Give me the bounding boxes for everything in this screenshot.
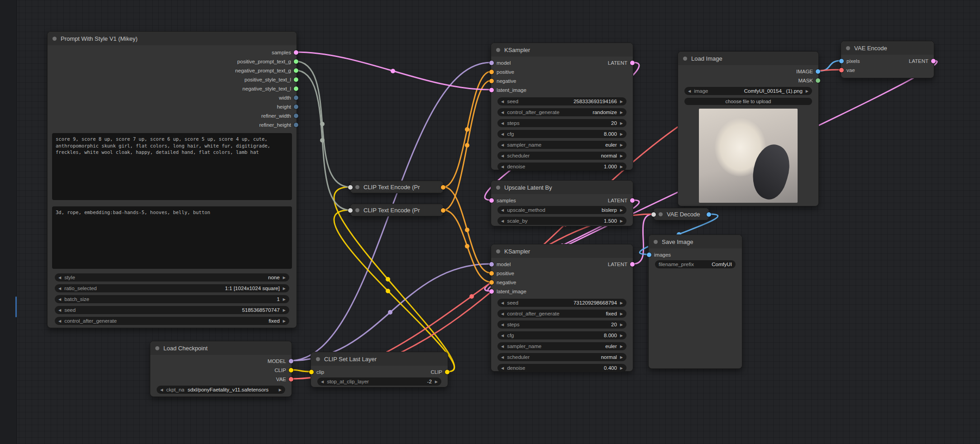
- model-port-dot[interactable]: [489, 262, 494, 267]
- widget-denoise[interactable]: ◀denoise1.000▶: [497, 162, 626, 171]
- graph-canvas[interactable]: { "colors": { "model": "#b39ddb", "condi…: [0, 0, 980, 444]
- node-title-bar[interactable]: Upscale Latent By: [491, 181, 633, 194]
- node-load-checkpoint[interactable]: Load Checkpoint MODEL CLIP VAE ◀ckpt_nas…: [150, 341, 292, 397]
- node-title-bar[interactable]: VAE Decode: [654, 208, 709, 220]
- collapse-dot-icon[interactable]: [155, 346, 159, 350]
- increment-arrow-icon[interactable]: ▶: [620, 143, 623, 147]
- vae-port-dot[interactable]: [289, 377, 293, 382]
- decrement-arrow-icon[interactable]: ◀: [58, 297, 61, 301]
- increment-arrow-icon[interactable]: ▶: [283, 286, 286, 291]
- decrement-arrow-icon[interactable]: ◀: [501, 154, 504, 158]
- decrement-arrow-icon[interactable]: ◀: [501, 132, 504, 136]
- node-title-bar[interactable]: CLIP Text Encode (Pr: [350, 204, 443, 216]
- increment-arrow-icon[interactable]: ▶: [620, 334, 623, 338]
- widget-filename-prefix[interactable]: filename_prefixComfyUI: [655, 260, 736, 268]
- string-port-dot[interactable]: [294, 86, 298, 91]
- decrement-arrow-icon[interactable]: ◀: [58, 276, 61, 280]
- output-port-positive-prompt[interactable]: positive_prompt_text_g: [237, 59, 298, 64]
- collapse-dot-icon[interactable]: [53, 37, 57, 41]
- latent-port-dot[interactable]: [294, 50, 298, 55]
- widget-control-after-generate[interactable]: ◀control_after_generatefixed▶: [497, 310, 626, 318]
- collapse-dot-icon[interactable]: [659, 212, 663, 216]
- collapse-dot-icon[interactable]: [496, 186, 500, 190]
- clip-port-dot[interactable]: [289, 368, 293, 372]
- input-port-samples[interactable]: samples: [489, 198, 516, 203]
- widget-scheduler[interactable]: ◀schedulernormal▶: [497, 152, 626, 160]
- node-ksampler-top[interactable]: KSampler model LATENT positive negative …: [491, 43, 633, 170]
- input-port-latent-image[interactable]: latent_image: [489, 87, 526, 93]
- increment-arrow-icon[interactable]: ▶: [620, 301, 623, 305]
- node-clip-set-last-layer[interactable]: CLIP Set Last Layer clip CLIP ◀stop_at_c…: [311, 352, 448, 387]
- decrement-arrow-icon[interactable]: ◀: [160, 388, 163, 392]
- latent-port-dot[interactable]: [630, 61, 635, 65]
- string-port-dot[interactable]: [294, 68, 298, 73]
- string-port-dot[interactable]: [294, 59, 298, 64]
- input-port-pixels[interactable]: pixels: [839, 58, 860, 64]
- node-clip-text-encode-2[interactable]: CLIP Text Encode (Pr: [350, 204, 444, 216]
- output-port-negative-style[interactable]: negative_style_text_l: [243, 86, 298, 91]
- increment-arrow-icon[interactable]: ▶: [620, 165, 623, 169]
- clip-port-dot[interactable]: [309, 370, 314, 374]
- increment-arrow-icon[interactable]: ▶: [620, 344, 623, 349]
- decrement-arrow-icon[interactable]: ◀: [501, 121, 504, 125]
- int-port-dot[interactable]: [294, 105, 298, 109]
- clip-port-dot[interactable]: [445, 370, 449, 374]
- increment-arrow-icon[interactable]: ▶: [620, 219, 623, 223]
- collapse-dot-icon[interactable]: [654, 240, 658, 244]
- decrement-arrow-icon[interactable]: ◀: [58, 286, 61, 291]
- widget-denoise[interactable]: ◀denoise0.400▶: [497, 364, 626, 372]
- output-port-latent[interactable]: LATENT: [608, 262, 635, 267]
- input-port-latent-image[interactable]: latent_image: [489, 289, 526, 294]
- widget-steps[interactable]: ◀steps20▶: [497, 119, 626, 127]
- collapsed-output-dot[interactable]: [707, 212, 711, 217]
- output-port-clip[interactable]: CLIP: [274, 368, 293, 373]
- node-title-bar[interactable]: CLIP Text Encode (Pr: [350, 181, 443, 193]
- output-port-width[interactable]: width: [279, 95, 298, 100]
- conditioning-port-dot[interactable]: [489, 280, 494, 285]
- widget-batch-size[interactable]: ◀batch_size1▶: [55, 295, 289, 303]
- decrement-arrow-icon[interactable]: ◀: [688, 89, 691, 93]
- widget-image-combo[interactable]: ◀imageComfyUI_00154_ (1).png▶: [684, 87, 812, 95]
- output-port-positive-style[interactable]: positive_style_text_l: [244, 77, 298, 82]
- conditioning-port-dot[interactable]: [489, 70, 494, 74]
- increment-arrow-icon[interactable]: ▶: [620, 323, 623, 327]
- image-port-dot[interactable]: [647, 253, 651, 257]
- decrement-arrow-icon[interactable]: ◀: [501, 219, 504, 223]
- decrement-arrow-icon[interactable]: ◀: [501, 355, 504, 359]
- collapse-dot-icon[interactable]: [846, 46, 850, 50]
- collapse-dot-icon[interactable]: [355, 208, 359, 212]
- int-port-dot[interactable]: [294, 95, 298, 100]
- collapse-dot-icon[interactable]: [496, 48, 500, 52]
- collapse-dot-icon[interactable]: [683, 57, 687, 61]
- widget-seed[interactable]: ◀seed731209298668794▶: [497, 299, 626, 307]
- decrement-arrow-icon[interactable]: ◀: [501, 143, 504, 147]
- output-port-height[interactable]: height: [277, 104, 298, 110]
- widget-control-after-generate[interactable]: ◀control_after_generaterandomize▶: [497, 108, 626, 116]
- widget-sampler-name[interactable]: ◀sampler_nameeuler▶: [497, 141, 626, 149]
- node-prompt-with-style[interactable]: Prompt With Style V1 (Mikey) samples pos…: [47, 31, 297, 328]
- output-port-refiner-width[interactable]: refiner_width: [261, 113, 298, 119]
- latent-port-dot[interactable]: [630, 198, 635, 203]
- image-port-dot[interactable]: [839, 59, 844, 63]
- output-port-samples[interactable]: samples: [272, 50, 298, 55]
- node-save-image[interactable]: Save Image images filename_prefixComfyUI: [648, 234, 742, 369]
- output-port-latent[interactable]: LATENT: [608, 60, 635, 66]
- widget-scheduler[interactable]: ◀schedulernormal▶: [497, 353, 626, 361]
- widget-cfg[interactable]: ◀cfg8.000▶: [497, 331, 626, 339]
- collapse-dot-icon[interactable]: [496, 249, 500, 253]
- node-vae-decode[interactable]: VAE Decode: [653, 208, 709, 220]
- increment-arrow-icon[interactable]: ▶: [620, 355, 623, 359]
- increment-arrow-icon[interactable]: ▶: [620, 132, 623, 136]
- output-port-negative-prompt[interactable]: negative_prompt_text_g: [235, 68, 298, 73]
- node-title-bar[interactable]: VAE Encode: [841, 41, 934, 55]
- node-ksampler-bottom[interactable]: KSampler model LATENT positive negative …: [491, 244, 633, 372]
- widget-steps[interactable]: ◀steps20▶: [497, 320, 626, 329]
- latent-port-dot[interactable]: [489, 289, 494, 294]
- widget-upscale-method[interactable]: ◀upscale_methodbislerp▶: [497, 206, 626, 214]
- output-port-refiner-height[interactable]: refiner_height: [259, 122, 298, 128]
- collapse-dot-icon[interactable]: [316, 357, 320, 361]
- decrement-arrow-icon[interactable]: ◀: [501, 100, 504, 104]
- node-title-bar[interactable]: Load Image: [678, 52, 818, 65]
- node-load-image[interactable]: Load Image IMAGE MASK ◀imageComfyUI_0015…: [678, 51, 819, 206]
- widget-seed[interactable]: ◀seed5185368570747▶: [55, 306, 289, 314]
